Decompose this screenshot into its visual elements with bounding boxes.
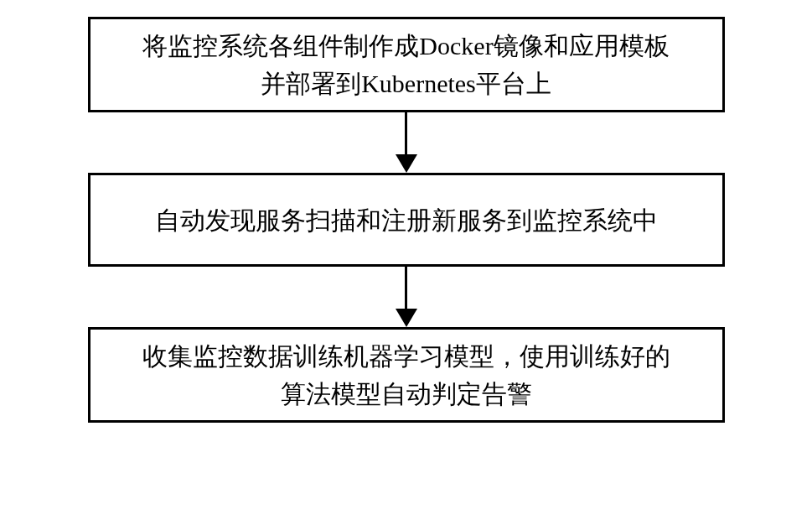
- arrow-line-icon: [405, 267, 407, 310]
- flow-step-2: 自动发现服务扫描和注册新服务到监控系统中: [88, 173, 725, 267]
- arrow-2: [396, 267, 417, 327]
- arrow-down-icon: [396, 309, 417, 327]
- arrow-1: [396, 112, 417, 173]
- arrow-down-icon: [396, 154, 417, 173]
- flow-step-3: 收集监控数据训练机器学习模型，使用训练好的 算法模型自动判定告警: [88, 327, 725, 423]
- flow-step-1: 将监控系统各组件制作成Docker镜像和应用模板 并部署到Kubernetes平…: [88, 17, 725, 112]
- flow-step-3-text: 收集监控数据训练机器学习模型，使用训练好的 算法模型自动判定告警: [142, 337, 670, 413]
- arrow-line-icon: [405, 112, 407, 156]
- flowchart-container: 将监控系统各组件制作成Docker镜像和应用模板 并部署到Kubernetes平…: [0, 17, 812, 423]
- flow-step-1-text: 将监控系统各组件制作成Docker镜像和应用模板 并部署到Kubernetes平…: [142, 27, 669, 102]
- flow-step-2-text: 自动发现服务扫描和注册新服务到监控系统中: [155, 201, 658, 239]
